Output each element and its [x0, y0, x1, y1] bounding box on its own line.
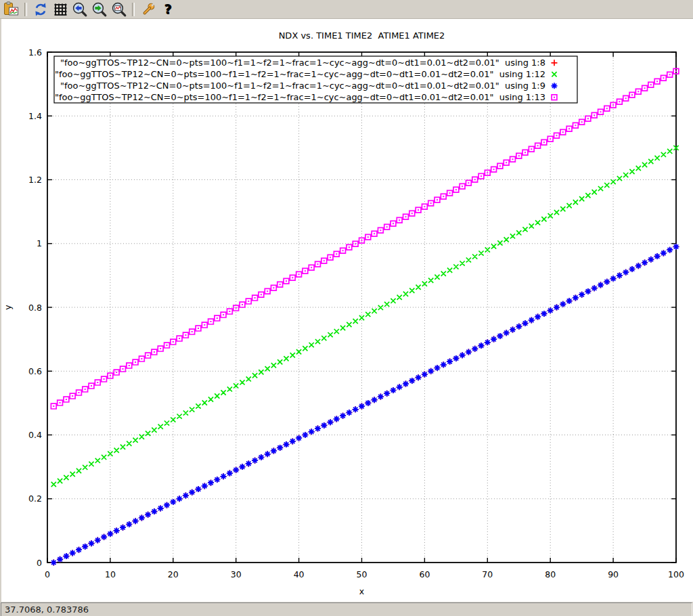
next-zoom-button[interactable] [90, 1, 108, 18]
gnuplot-window: ? ? 010203040506070809010000.20.40.60.81… [0, 0, 693, 616]
magnifier-plot-icon [111, 1, 127, 18]
svg-text:1: 1 [37, 238, 42, 248]
toolbar-separator [132, 3, 135, 16]
question-mark-icon: ? ? [160, 1, 176, 18]
chart-title: NDX vs. TIME1 TIME2 ATIME1 ATIME2 [279, 30, 445, 41]
svg-text:20: 20 [168, 569, 179, 579]
svg-text:1.6: 1.6 [28, 47, 42, 58]
legend-entry-label: "foo~ggTTOS~TP12~CN=0~pts=100~f1=1~f2=1~… [60, 58, 545, 68]
refresh-icon [32, 1, 49, 18]
legend-entry-label: "foo~ggTTOS~TP12~CN=0~pts=100~f1=1~f2=1~… [55, 69, 545, 79]
svg-text:40: 40 [294, 569, 305, 579]
x-axis-label: x [359, 586, 364, 596]
svg-text:0.8: 0.8 [28, 303, 42, 313]
copy-to-clipboard-button[interactable] [2, 1, 20, 18]
help-button[interactable]: ? ? [158, 1, 177, 18]
svg-text:80: 80 [545, 569, 556, 579]
tick-labels: 010203040506070809010000.20.40.60.811.21… [28, 47, 684, 580]
svg-text:1.4: 1.4 [28, 111, 42, 121]
status-coordinates: 37.7068, 0.783786 [5, 604, 89, 615]
wrench-icon [140, 1, 156, 18]
legend-entry-label: "foo~ggTTOS~TP12~CN=0~pts=100~f1=1~f2=1~… [60, 81, 545, 91]
status-bar: 37.7068, 0.783786 [0, 602, 693, 616]
plot-canvas[interactable]: 010203040506070809010000.20.40.60.811.21… [0, 19, 693, 602]
series-4 [51, 68, 678, 409]
svg-text:0.6: 0.6 [28, 366, 42, 376]
grid-icon [52, 1, 68, 18]
svg-text:0.4: 0.4 [28, 430, 42, 440]
replot-button[interactable] [31, 1, 49, 18]
configure-plot-button[interactable] [139, 1, 157, 18]
svg-text:30: 30 [231, 569, 242, 579]
toggle-grid-button[interactable] [51, 1, 69, 18]
svg-text:1.2: 1.2 [28, 175, 42, 185]
magnifier-left-arrow-icon [72, 1, 88, 18]
series-2 [51, 146, 679, 487]
y-axis-label: y [3, 305, 13, 310]
svg-text:90: 90 [608, 569, 619, 579]
clipboard-plot-icon [3, 1, 20, 18]
series-1 [51, 244, 679, 566]
toolbar-separator [24, 3, 27, 16]
legend-marker-dot [554, 97, 555, 98]
autoscale-button[interactable] [110, 1, 128, 18]
previous-zoom-button[interactable] [70, 1, 89, 18]
svg-text:0: 0 [45, 569, 50, 579]
legend-marker [552, 83, 558, 89]
svg-text:50: 50 [357, 569, 367, 579]
magnifier-right-arrow-icon [91, 1, 108, 18]
legend-entry-label: "foo~ggTTOS~TP12~CN=0~pts=100~f1=1~f2=1~… [55, 92, 545, 102]
svg-text:60: 60 [419, 569, 430, 579]
series-3 [51, 244, 679, 566]
svg-text:0.2: 0.2 [28, 493, 42, 504]
svg-text:0: 0 [37, 558, 42, 568]
svg-text:10: 10 [105, 569, 116, 579]
plot-svg[interactable]: 010203040506070809010000.20.40.60.811.21… [1, 19, 693, 602]
svg-text:?: ? [164, 1, 171, 16]
status-field: 37.7068, 0.783786 [1, 602, 692, 616]
grid-lines [47, 52, 676, 563]
legend: "foo~ggTTOS~TP12~CN=0~pts=100~f1=1~f2=1~… [54, 56, 577, 103]
svg-text:70: 70 [482, 569, 493, 579]
svg-text:100: 100 [668, 569, 684, 579]
toolbar: ? ? [0, 0, 693, 19]
